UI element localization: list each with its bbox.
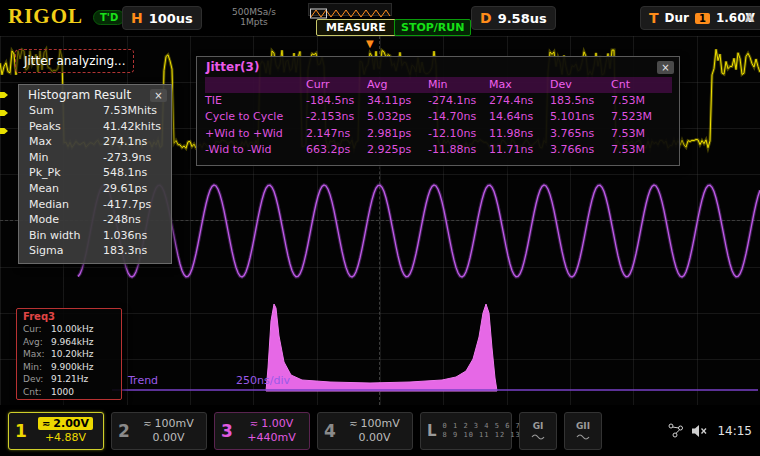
channel-box-2[interactable]: 2 ≂100mV 0.00V (111, 412, 207, 450)
channel-scale: ≂1.00V (246, 417, 297, 430)
channel-box-1[interactable]: 1 ≂2.00V +4.88V (8, 412, 104, 450)
trigger-source-badge: 1 (695, 13, 710, 24)
freq-value: 10.20kHz (51, 348, 115, 361)
jitter-cell: 3.766ns (550, 142, 611, 158)
channel-offset: 0.00V (358, 431, 390, 444)
jitter-row-name: TIE (205, 93, 306, 109)
histogram-row: Median-417.7ps (19, 197, 171, 213)
channel-readouts: ≂100mV 0.00V (341, 417, 408, 444)
histogram-row: Max274.1ns (19, 134, 171, 150)
jitter-cell: 5.101ns (550, 109, 611, 125)
jitter-cell: -2.153ns (306, 109, 367, 125)
jitter-cell: 34.11ps (367, 93, 428, 109)
histogram-panel-title: Histogram Result (28, 88, 131, 102)
freq-value: 10.00kHz (51, 323, 115, 336)
nodes-icon[interactable] (668, 423, 684, 438)
jitter-panel-titlebar: Jitter(3) × (197, 57, 679, 77)
trigger-box[interactable]: T Dur 1 1.60V (640, 6, 760, 30)
stop-run-button[interactable]: STOP/RUN (394, 19, 471, 36)
jitter-cell: 14.64ns (489, 109, 550, 125)
g1-label: GI (533, 421, 544, 431)
memory-waveform-indicator[interactable] (308, 3, 392, 16)
stat-value: 274.1ns (103, 134, 167, 150)
jitter-cell: 2.147ns (306, 126, 367, 142)
logic-analyzer-box[interactable]: L 0 1 2 3 4 5 6 7 8 9 10 11 12 13 14 15 (420, 412, 512, 450)
jitter-col-header (205, 77, 306, 93)
histogram-row: Mean29.61ps (19, 181, 171, 197)
speaker-muted-icon[interactable] (691, 424, 708, 438)
waveform-display: ▼ Jitter analyzing... Histogram Result ×… (0, 36, 760, 405)
jitter-cell: 7.523M (611, 109, 672, 125)
stat-label: Peaks (29, 119, 103, 135)
freq-row: Min:9.900kHz (17, 361, 121, 374)
freq3-panel: Freq3 Cur:10.00kHz Avg:9.964kHz Max:10.2… (16, 308, 122, 400)
stat-value: 1.036ns (103, 228, 167, 244)
jitter-col-header: Avg (367, 77, 428, 93)
memory-sawtooth-icon (309, 8, 391, 19)
sine-icon (531, 433, 545, 441)
histogram-row: Bin width1.036ns (19, 228, 171, 244)
channel-box-4[interactable]: 4 ≂100mV 0.00V (317, 412, 413, 450)
stat-label: Median (29, 197, 103, 213)
histogram-panel-titlebar: Histogram Result × (19, 85, 171, 103)
stat-value: 183.3ns (103, 243, 167, 259)
jitter-cell: 663.2ps (306, 142, 367, 158)
trend-label: Trend (128, 374, 158, 387)
source-g1-box[interactable]: GI (519, 412, 557, 450)
freq3-panel-title: Freq3 (17, 309, 121, 323)
freq-row: Avg:9.964kHz (17, 336, 121, 349)
trigger-position-marker[interactable]: ▼ (366, 38, 374, 49)
stat-label: Sigma (29, 243, 103, 259)
trigger-status-badge: T'D (93, 10, 125, 25)
t-label: T (649, 10, 659, 26)
scale-value: 1.00V (261, 417, 293, 430)
freq-label: Max: (23, 348, 51, 361)
measure-button[interactable]: MEASURE (316, 19, 396, 36)
horizontal-timebase-box[interactable]: H 100us (122, 6, 202, 30)
stat-label: Bin width (29, 228, 103, 244)
jitter-close-button[interactable]: × (657, 61, 674, 74)
jitter-cell: -274.1ns (428, 93, 489, 109)
jitter-panel-title: Jitter(3) (206, 60, 259, 74)
jitter-cell: 11.71ns (489, 142, 550, 158)
stat-label: Min (29, 150, 103, 166)
freq-value: 9.964kHz (51, 336, 115, 349)
stat-value: 548.1ns (103, 165, 167, 181)
jitter-cell: 7.53M (611, 142, 672, 158)
stat-value: 7.53Mhits (103, 103, 167, 119)
channel-scale: ≂100mV (345, 417, 404, 430)
freq-value: 91.21Hz (51, 373, 115, 386)
freq-label: Cur: (23, 323, 51, 336)
stat-value: -273.9ns (103, 150, 167, 166)
freq-row: Max:10.20kHz (17, 348, 121, 361)
stat-value: -248ns (103, 212, 167, 228)
jitter-col-header: Max (489, 77, 550, 93)
delay-box[interactable]: D 9.58us (471, 6, 556, 30)
jitter-cell: 7.53M (611, 126, 672, 142)
freq-row: Cnt:1000 (17, 386, 121, 399)
freq-label: Avg: (23, 336, 51, 349)
channel-box-3[interactable]: 3 ≂1.00V +440mV (214, 412, 310, 450)
memory-depth: 1Mpts (222, 17, 286, 27)
trigger-type: Dur (665, 11, 689, 25)
jitter-cell: 2.925ps (367, 142, 428, 158)
jitter-cell: 274.4ns (489, 93, 550, 109)
source-g2-box[interactable]: GII (564, 412, 602, 450)
histogram-close-button[interactable]: × (150, 89, 167, 102)
freq-row: Dev:91.21Hz (17, 373, 121, 386)
jitter-col-header: Dev (550, 77, 611, 93)
channel-offset: +4.88V (45, 431, 86, 444)
jitter-row-name: -Wid to -Wid (205, 142, 306, 158)
sine-icon (576, 433, 590, 441)
freq-value: 1000 (51, 386, 115, 399)
stat-value: 29.61ps (103, 181, 167, 197)
stat-label: Mean (29, 181, 103, 197)
histogram-row: Mode-248ns (19, 212, 171, 228)
coupling-icon: ≂ (143, 418, 151, 429)
channel-number: 2 (116, 421, 132, 441)
histogram-row: Pk_Pk548.1ns (19, 165, 171, 181)
histogram-result-panel: Histogram Result × Sum7.53Mhits Peaks41.… (18, 84, 172, 264)
stat-label: Max (29, 134, 103, 150)
sample-rate-readout: 500MSa/s 1Mpts (222, 7, 286, 27)
jitter-cell: 3.765ns (550, 126, 611, 142)
